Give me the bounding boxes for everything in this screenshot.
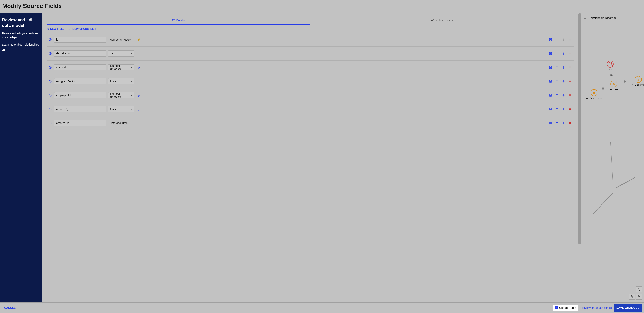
field-name-input[interactable] [54, 64, 106, 70]
preview-script-link[interactable]: (Preview database script) [580, 306, 612, 310]
relationship-link-icon[interactable] [136, 66, 142, 69]
scrollbar[interactable] [578, 13, 581, 302]
chevron-down-icon [131, 95, 132, 96]
field-row: Text [46, 46, 574, 60]
field-type-select[interactable]: Number (Integer) [108, 92, 134, 98]
move-down-button [562, 38, 565, 41]
tabs: Fields Relationships [46, 16, 574, 25]
footer: CANCEL Update Table (Preview database sc… [0, 302, 644, 313]
svg-point-5 [172, 20, 173, 21]
field-type-select[interactable]: User [108, 106, 134, 112]
tab-fields[interactable]: Fields [46, 16, 310, 24]
row-add-button[interactable] [49, 108, 52, 110]
add-below-button[interactable] [549, 108, 552, 111]
plus-circle-icon [69, 28, 71, 30]
diagram-node-at-case-status[interactable]: a AT Case Status [586, 89, 602, 100]
diagram-fit-button[interactable] [636, 286, 642, 293]
diagram-node-at-employee[interactable]: a AT Employee [632, 76, 644, 86]
list-actions: NEW FIELD NEW CHOICE LIST [46, 27, 574, 30]
row-add-button[interactable] [49, 66, 52, 69]
chevron-down-icon [131, 53, 132, 54]
diagram-zoom-out-button[interactable] [629, 294, 635, 300]
move-down-button[interactable] [562, 66, 565, 69]
diagram-zoom-in-button[interactable] [636, 294, 642, 300]
delete-field-button[interactable] [568, 52, 572, 55]
field-name-input[interactable] [54, 50, 106, 57]
field-type-select[interactable]: Text [108, 50, 134, 57]
new-field-button[interactable]: NEW FIELD [46, 27, 65, 30]
field-name-input[interactable] [54, 120, 106, 126]
chevron-down-icon [131, 109, 132, 110]
edge-handle-icon[interactable] [602, 87, 604, 90]
edge-handle-icon[interactable] [610, 74, 612, 76]
field-type-select[interactable]: User [108, 78, 134, 84]
move-up-button [556, 52, 558, 55]
move-up-button[interactable] [556, 66, 558, 69]
svg-rect-86 [585, 16, 586, 17]
move-up-button[interactable] [556, 80, 558, 83]
svg-line-17 [140, 39, 140, 39]
svg-line-94 [610, 143, 613, 183]
tab-relationships[interactable]: Relationships [310, 16, 574, 24]
move-up-button[interactable] [556, 122, 558, 125]
field-row: User [46, 74, 574, 88]
row-add-button[interactable] [49, 94, 52, 97]
diagram-title-label: Relationship Diagram [588, 16, 616, 19]
move-up-button[interactable] [556, 108, 558, 111]
delete-field-button[interactable] [568, 94, 572, 97]
field-name-input[interactable] [54, 78, 106, 84]
users-icon [607, 61, 614, 68]
relationship-link-icon[interactable] [136, 94, 142, 97]
field-row: Date and Time [46, 116, 574, 130]
row-add-button[interactable] [49, 52, 52, 55]
delete-field-button [568, 38, 572, 41]
field-name-input[interactable] [54, 106, 106, 112]
update-table-checkbox[interactable]: Update Table [553, 305, 578, 311]
move-down-button[interactable] [562, 94, 565, 97]
delete-field-button[interactable] [568, 66, 572, 69]
entity-a-icon: a [613, 81, 615, 86]
chevron-down-icon [131, 81, 132, 82]
svg-line-93 [585, 18, 586, 19]
move-down-button[interactable] [562, 122, 565, 125]
move-down-button[interactable] [562, 108, 565, 111]
row-add-button[interactable] [49, 38, 52, 41]
svg-line-102 [632, 297, 633, 298]
add-below-button[interactable] [549, 80, 552, 83]
move-down-button[interactable] [562, 80, 565, 83]
save-changes-button[interactable]: SAVE CHANGES [614, 304, 642, 312]
row-add-button[interactable] [49, 80, 52, 83]
svg-point-98 [611, 62, 612, 63]
move-down-button[interactable] [562, 52, 565, 55]
add-below-button[interactable] [549, 66, 552, 69]
edge-handle-icon[interactable] [624, 80, 626, 83]
cancel-button[interactable]: CANCEL [2, 305, 18, 311]
new-choice-list-button[interactable]: NEW CHOICE LIST [69, 27, 96, 30]
field-name-input[interactable] [54, 36, 106, 43]
diagram-node-at-case[interactable]: a AT Case [610, 81, 618, 91]
link-icon [431, 19, 434, 21]
diagram-icon [584, 16, 586, 19]
field-name-input[interactable] [54, 92, 106, 98]
add-below-button[interactable] [549, 38, 552, 41]
diagram-node-user[interactable]: User [607, 61, 614, 71]
delete-field-button[interactable] [568, 108, 572, 111]
row-add-button[interactable] [49, 122, 52, 124]
field-type-select[interactable]: Number (Integer) [108, 64, 134, 70]
svg-line-18 [139, 39, 140, 40]
relationship-link-icon[interactable] [136, 108, 142, 111]
delete-field-button[interactable] [568, 122, 572, 125]
svg-point-97 [609, 62, 610, 64]
list-icon [172, 19, 175, 21]
learn-more-link[interactable]: Learn more about relationships [2, 43, 39, 50]
add-below-button[interactable] [549, 52, 552, 55]
move-up-button[interactable] [556, 94, 558, 97]
diagram-pane: Relationship Diagram [581, 13, 644, 302]
page-title: Modify Source Fields [2, 3, 642, 9]
delete-field-button[interactable] [568, 80, 572, 83]
add-below-button[interactable] [549, 122, 552, 125]
svg-line-95 [594, 193, 613, 213]
field-type-label: Number (Integer) [108, 37, 136, 42]
diagram-canvas[interactable]: User a AT Case a AT Case Status a AT Emp… [582, 23, 643, 291]
add-below-button[interactable] [549, 94, 552, 97]
